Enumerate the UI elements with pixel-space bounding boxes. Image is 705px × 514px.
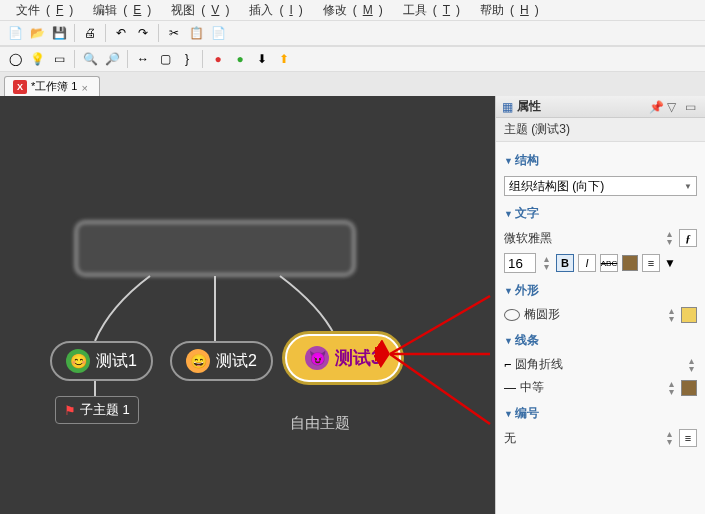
shape-color-swatch[interactable]	[681, 307, 697, 323]
paste-icon[interactable]: 📄	[209, 24, 227, 42]
section-structure[interactable]: 结构	[504, 146, 697, 173]
laugh-icon: 😄	[186, 349, 210, 373]
marker-green-icon[interactable]: ●	[231, 50, 249, 68]
line-style[interactable]: 圆角折线	[515, 356, 681, 373]
zoom-in-icon[interactable]: 🔎	[103, 50, 121, 68]
menu-icon[interactable]: ▭	[685, 100, 699, 114]
subtopic-label: 子主题 1	[80, 401, 130, 419]
menu-edit[interactable]: 编辑(E)	[81, 0, 157, 21]
cut-icon[interactable]: ✂	[165, 24, 183, 42]
line-angle-icon: ⌐	[504, 358, 511, 372]
print-icon[interactable]: 🖨	[81, 24, 99, 42]
node-test2[interactable]: 😄 测试2	[170, 341, 273, 381]
undo-icon[interactable]: ↶	[112, 24, 130, 42]
lightbulb-icon[interactable]: 💡	[28, 50, 46, 68]
boundary-icon[interactable]: ▢	[156, 50, 174, 68]
node-label: 测试3	[335, 346, 381, 370]
menu-bar: 文件(F) 编辑(E) 视图(V) 插入(I) 修改(M) 工具(T) 帮助(H…	[0, 0, 705, 20]
font-size-input[interactable]	[504, 253, 536, 273]
menu-modify[interactable]: 修改(M)	[311, 0, 389, 21]
menu-file[interactable]: 文件(F)	[4, 0, 79, 21]
menu-help[interactable]: 帮助(H)	[468, 0, 545, 21]
smile-icon: 😊	[66, 349, 90, 373]
close-tab-icon[interactable]: ×	[81, 82, 91, 92]
panel-header: ▦ 属性 📌 ▽ ▭	[496, 96, 705, 118]
number-spinner[interactable]: ▴▾	[663, 430, 675, 446]
shape-spinner[interactable]: ▴▾	[665, 307, 677, 323]
separator	[74, 24, 75, 42]
italic-button[interactable]: I	[578, 254, 596, 272]
panel-title: 属性	[517, 98, 645, 115]
new-icon[interactable]: 📄	[6, 24, 24, 42]
line-weight-icon: —	[504, 381, 516, 395]
zoom-out-icon[interactable]: 🔍	[81, 50, 99, 68]
number-format-button[interactable]: ≡	[679, 429, 697, 447]
mindmap-canvas[interactable]: 😊 测试1 😄 测试2 😈 测试3 ⚑ 子主题 1 自由主题	[0, 96, 495, 514]
panel-icon: ▦	[502, 100, 513, 114]
tab-title: *工作簿 1	[31, 79, 77, 94]
separator	[202, 50, 203, 68]
redo-icon[interactable]: ↷	[134, 24, 152, 42]
flag-icon: ⚑	[64, 403, 76, 418]
open-icon[interactable]: 📂	[28, 24, 46, 42]
menu-insert[interactable]: 插入(I)	[237, 0, 308, 21]
menu-view[interactable]: 视图(V)	[159, 0, 235, 21]
tab-bar: X *工作簿 1 ×	[0, 72, 705, 96]
drill-icon[interactable]: ⬇	[253, 50, 271, 68]
node-label: 测试2	[216, 351, 257, 372]
font-italic-f-icon[interactable]: ƒ	[679, 229, 697, 247]
copy-icon[interactable]: 📋	[187, 24, 205, 42]
strike-button[interactable]: ABC	[600, 254, 618, 272]
marker-red-icon[interactable]: ●	[209, 50, 227, 68]
font-spinner[interactable]: ▴▾	[663, 230, 675, 246]
annotation-arrows	[0, 96, 495, 514]
chevron-down-icon[interactable]: ▼	[664, 256, 676, 270]
node-icon[interactable]: ◯	[6, 50, 24, 68]
separator	[74, 50, 75, 68]
chevron-down-icon: ▼	[684, 182, 692, 191]
bold-button[interactable]: B	[556, 254, 574, 272]
number-value[interactable]: 无	[504, 430, 659, 447]
node-test1[interactable]: 😊 测试1	[50, 341, 153, 381]
section-number[interactable]: 编号	[504, 399, 697, 426]
document-tab[interactable]: X *工作簿 1 ×	[4, 76, 100, 96]
align-button[interactable]: ≡	[642, 254, 660, 272]
structure-select[interactable]: 组织结构图 (向下) ▼	[504, 176, 697, 196]
minimize-icon[interactable]: ▽	[667, 100, 681, 114]
panel-subtitle: 主题 (测试3)	[496, 118, 705, 142]
text-color-swatch[interactable]	[622, 255, 638, 271]
separator	[127, 50, 128, 68]
line-color-swatch[interactable]	[681, 380, 697, 396]
section-shape[interactable]: 外形	[504, 276, 697, 303]
summary-icon[interactable]: }	[178, 50, 196, 68]
size-spinner[interactable]: ▴▾	[540, 255, 552, 271]
topic-icon[interactable]: ▭	[50, 50, 68, 68]
separator	[158, 24, 159, 42]
svg-line-0	[390, 296, 490, 354]
font-name[interactable]: 微软雅黑	[504, 230, 659, 247]
ellipse-icon	[504, 309, 520, 321]
toolbar-2: ◯ 💡 ▭ 🔍 🔎 ↔ ▢ } ● ● ⬇ ⬆	[0, 46, 705, 72]
section-text[interactable]: 文字	[504, 199, 697, 226]
subtopic[interactable]: ⚑ 子主题 1	[55, 396, 139, 424]
line-style-spinner[interactable]: ▴▾	[685, 357, 697, 373]
menu-tools[interactable]: 工具(T)	[391, 0, 466, 21]
svg-line-2	[390, 354, 490, 424]
relation-icon[interactable]: ↔	[134, 50, 152, 68]
root-topic[interactable]	[75, 221, 355, 276]
shape-value[interactable]: 椭圆形	[524, 306, 661, 323]
node-label: 测试1	[96, 351, 137, 372]
node-test3[interactable]: 😈 测试3	[285, 334, 401, 382]
line-weight-spinner[interactable]: ▴▾	[665, 380, 677, 396]
separator	[105, 24, 106, 42]
save-icon[interactable]: 💾	[50, 24, 68, 42]
cool-icon: 😈	[305, 346, 329, 370]
free-topic-label: 自由主题	[290, 414, 350, 433]
up-icon[interactable]: ⬆	[275, 50, 293, 68]
pin-icon[interactable]: 📌	[649, 100, 663, 114]
branch-lines	[0, 96, 495, 514]
properties-panel: ▦ 属性 📌 ▽ ▭ 主题 (测试3) 结构 组织结构图 (向下) ▼ 文字 微…	[495, 96, 705, 514]
line-weight[interactable]: 中等	[520, 379, 661, 396]
section-line[interactable]: 线条	[504, 326, 697, 353]
panel-body: 结构 组织结构图 (向下) ▼ 文字 微软雅黑 ▴▾ ƒ ▴▾ B I ABC	[496, 142, 705, 514]
